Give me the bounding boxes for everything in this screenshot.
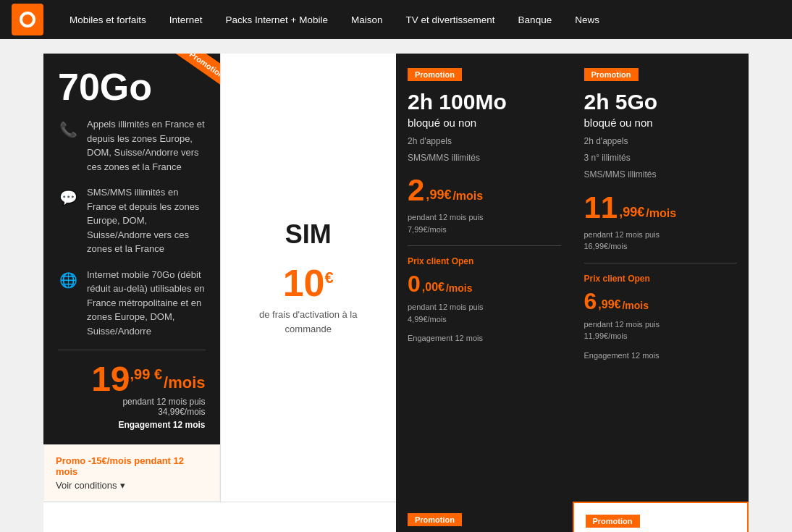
plan-2h5go-open-sup: ,99€ (598, 298, 620, 311)
feature-internet-text: Internet mobile 70Go (débit réduit au-de… (87, 268, 206, 339)
plan-2h5go-per-month: /mois (646, 207, 676, 220)
plan-2h100-open-main: 0 (408, 272, 421, 295)
plans-grid: Promotion 70Go 📞 Appels illimités en Fra… (43, 54, 749, 532)
nav-link-banque[interactable]: Banque (507, 0, 564, 39)
sim-description: de frais d'activation à la commande (235, 308, 382, 336)
plan-2h100-open-sup: ,00€ (422, 281, 445, 294)
sim-card: SIM 10 € de frais d'activation à la comm… (220, 54, 397, 502)
plan-10go-promo-badge: Promotion (408, 513, 462, 526)
orange-logo[interactable] (12, 4, 43, 35)
plan-2h100-open-sub: pendant 12 mois puis 4,99€/mois (408, 301, 561, 325)
sim-price-main: 10 (283, 264, 325, 302)
plan-2h100-engagement: Engagement 12 mois (408, 334, 561, 342)
navigation: Mobiles et forfaits Internet Packs Inter… (0, 0, 792, 39)
plan-2h5go-price-sup: ,99€ (619, 205, 644, 220)
promo-ribbon-text: Promotion (166, 54, 219, 97)
nav-item-tv[interactable]: TV et divertissement (395, 0, 507, 39)
price-main: 19 (91, 362, 130, 397)
nav-item-mobiles[interactable]: Mobiles et forfaits (58, 0, 158, 39)
plan-2h5go-detail1: 2h d'appels (584, 135, 738, 148)
plan-2h5go-open-per-month: /mois (622, 300, 649, 311)
promo-note: Promo -15€/mois pendant 12 mois Voir con… (43, 444, 220, 502)
feature-calls-text: Appels illimités en France et depuis les… (87, 117, 206, 174)
plan-2h5go-detail2: 3 n° illimités (584, 151, 738, 165)
divider-2h100 (408, 245, 561, 246)
plan-2h5go-price: 11 ,99€ /mois (584, 193, 738, 223)
feature-internet: 🌐 Internet mobile 70Go (débit réduit au-… (58, 268, 206, 339)
sim-title: SIM (285, 219, 332, 250)
feature-sms: 💬 SMS/MMS illimités en France et depuis … (58, 185, 206, 256)
nav-link-news[interactable]: News (563, 0, 611, 39)
plan-10go-card: Promotion 10Go Appels illimités (396, 502, 573, 532)
globe-icon: 🌐 (58, 269, 78, 291)
price-cents-currency: ,99 € (130, 366, 163, 383)
plan-2h5go-name: 2h 5Go (584, 90, 738, 114)
plan-2h100-card: Promotion 2h 100Mo bloqué ou non 2h d'ap… (396, 54, 573, 502)
bottom-col2-spacer (220, 502, 397, 532)
nav-item-packs[interactable]: Packs Internet + Mobile (214, 0, 340, 39)
plan-2h100-open-per-month: /mois (446, 282, 473, 294)
plan-2h100-sub: bloqué ou non (408, 117, 561, 129)
plan-2h5go-price-sub: pendant 12 mois puis 16,99€/mois (584, 229, 738, 253)
plan-2h5go-detail3: SMS/MMS illimités (584, 168, 738, 182)
plan-2h5go-open-main: 6 (584, 290, 597, 313)
plan-2h5go-promo-badge: Promotion (584, 68, 639, 81)
plan-2h5go-sub: bloqué ou non (584, 117, 738, 129)
sim-currency: € (325, 269, 334, 287)
sms-icon: 💬 (58, 187, 78, 208)
voir-conditions-button[interactable]: Voir conditions ▾ (56, 480, 208, 491)
plan-2h100-price-sup: ,99€ (426, 187, 451, 203)
plan-2h100-price: 2 ,99€ /mois (408, 175, 561, 206)
plan-2h100-detail1: 2h d'appels (408, 135, 561, 148)
nav-item-internet[interactable]: Internet (158, 0, 214, 39)
price-area: 19 ,99 € /mois pendant 12 mois puis 34,9… (58, 362, 206, 430)
plan-2h5go-price-main: 11 (584, 193, 618, 223)
price-per-month: /mois (164, 373, 205, 392)
nav-item-news[interactable]: News (563, 0, 611, 39)
plan-70go-white-promo-badge: Promotion (586, 515, 640, 528)
plan-2h5go-open-sub: pendant 12 mois puis 11,99€/mois (584, 318, 738, 342)
divider-2h5go (584, 263, 738, 263)
nav-item-maison[interactable]: Maison (340, 0, 395, 39)
logo-circle (20, 12, 35, 28)
promo-note-title: Promo -15€/mois pendant 12 mois (56, 455, 208, 477)
plan-2h5go-card: Promotion 2h 5Go bloqué ou non 2h d'appe… (573, 54, 749, 502)
plan-2h100-promo-badge: Promotion (408, 68, 462, 81)
chevron-down-icon: ▾ (120, 480, 125, 491)
nav-link-mobiles[interactable]: Mobiles et forfaits (58, 0, 158, 39)
main-plan-card: Promotion 70Go 📞 Appels illimités en Fra… (43, 54, 220, 444)
plan-2h100-name: 2h 100Mo (408, 90, 561, 114)
sim-price-display: 10 € (283, 264, 334, 302)
features-list: 📞 Appels illimités en France et depuis l… (58, 117, 206, 338)
plan-2h100-open-label: Prix client Open (408, 256, 561, 266)
nav-link-packs[interactable]: Packs Internet + Mobile (214, 0, 340, 39)
engagement-label: Engagement 12 mois (118, 420, 205, 430)
divider-1 (58, 350, 206, 350)
plan-2h100-price-sub: pendant 12 mois puis 7,99€/mois (408, 211, 561, 235)
feature-sms-text: SMS/MMS illimités en France et depuis le… (87, 185, 206, 256)
plan-70go-white-card: Promotion 70Go Appels illimités (573, 502, 749, 532)
plan-2h100-open-price: 0 ,00€ /mois (408, 272, 561, 295)
plan-2h5go-open-label: Prix client Open (584, 274, 738, 284)
nav-link-internet[interactable]: Internet (158, 0, 214, 39)
feature-calls: 📞 Appels illimités en France et depuis l… (58, 117, 206, 174)
price-sub-text: pendant 12 mois puis 34,99€/mois (122, 397, 205, 417)
main-content: Promotion 70Go 📞 Appels illimités en Fra… (0, 39, 792, 532)
col-1: Promotion 70Go 📞 Appels illimités en Fra… (43, 54, 220, 502)
plan-2h5go-open-price: 6 ,99€ /mois (584, 290, 738, 313)
nav-link-tv[interactable]: TV et divertissement (395, 0, 507, 39)
plan-2h5go-engagement: Engagement 12 mois (584, 351, 738, 360)
nav-menu: Mobiles et forfaits Internet Packs Inter… (58, 0, 611, 39)
promo-ribbon-container: Promotion (155, 54, 220, 119)
bottom-col1-spacer (43, 502, 220, 532)
nav-item-banque[interactable]: Banque (507, 0, 564, 39)
price-display: 19 ,99 € /mois (91, 362, 205, 397)
phone-icon: 📞 (58, 119, 78, 140)
nav-link-maison[interactable]: Maison (340, 0, 395, 39)
plan-2h100-detail2: SMS/MMS illimités (408, 151, 561, 165)
plan-2h100-per-month: /mois (452, 190, 483, 203)
plan-2h100-price-main: 2 (408, 175, 424, 206)
